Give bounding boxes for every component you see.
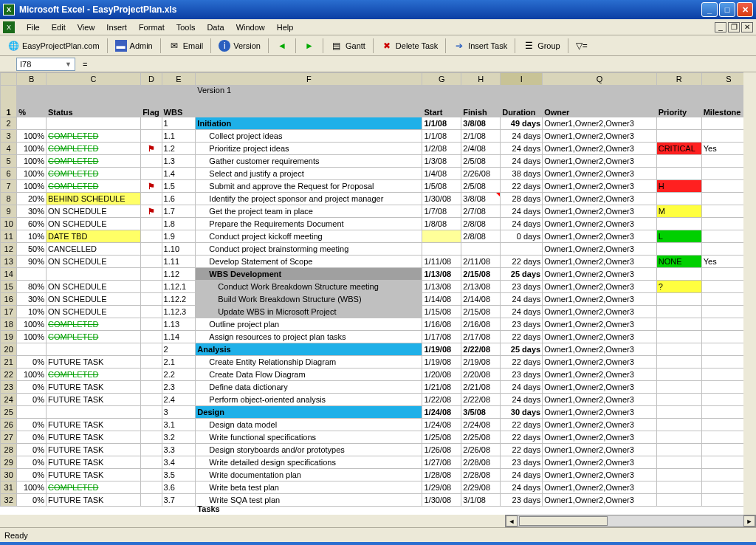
row-header[interactable]: 32 <box>1 494 17 507</box>
cell[interactable]: ON SCHEDULE <box>47 293 141 306</box>
cell[interactable]: Conduct project brainstorming meeting <box>196 243 422 256</box>
maximize-button[interactable]: □ <box>719 2 735 17</box>
cell[interactable] <box>656 356 701 369</box>
cell[interactable]: ON SCHEDULE <box>47 306 141 318</box>
table-row[interactable]: 230%FUTURE TASK2.3Define data dictionary… <box>1 381 756 394</box>
table-row[interactable]: 1710%ON SCHEDULE1.12.3Update WBS in Micr… <box>1 306 756 318</box>
cell[interactable] <box>47 343 141 356</box>
cell[interactable]: 1/1/08 <box>422 130 461 143</box>
cell[interactable]: Collect project ideas <box>196 130 422 143</box>
cell[interactable]: FUTURE TASK <box>47 444 141 456</box>
cell[interactable]: 1/8/08 <box>422 218 461 230</box>
cell[interactable]: 0% <box>17 419 47 431</box>
cell[interactable]: Create Entity Relationship Diagram <box>196 356 422 369</box>
cell[interactable]: 0% <box>17 431 47 444</box>
cell[interactable]: 1/7/08 <box>422 205 461 218</box>
col-header-F[interactable]: F <box>196 73 422 86</box>
cell[interactable]: 0% <box>17 394 47 406</box>
cell[interactable] <box>656 494 701 507</box>
cell[interactable] <box>141 117 162 130</box>
cell[interactable]: Write beta test plan <box>196 481 422 494</box>
cell[interactable] <box>656 168 701 180</box>
col-header-I[interactable]: I <box>501 73 543 86</box>
cell[interactable]: CRITICAL <box>656 143 701 155</box>
table-row[interactable]: 21Initiation1/1/083/8/0849 daysOwner1,Ow… <box>1 117 756 130</box>
cell[interactable] <box>656 456 701 469</box>
table-row[interactable]: 7100%COMPLETED⚑1.5Submit and approve the… <box>1 180 756 193</box>
cell[interactable]: Owner1,Owner2,Owner3 <box>543 168 657 180</box>
cell[interactable]: Assign resources to project plan tasks <box>196 331 422 343</box>
cell[interactable]: COMPLETED <box>47 168 141 180</box>
menu-file[interactable]: File <box>21 21 46 33</box>
cell[interactable]: 2/26/08 <box>461 168 501 180</box>
cell[interactable]: 100% <box>17 180 47 193</box>
cell[interactable]: Prepare the Requirements Document <box>196 218 422 230</box>
cell[interactable]: 2/24/08 <box>461 419 501 431</box>
cell[interactable]: COMPLETED <box>47 180 141 193</box>
cell[interactable]: Owner1,Owner2,Owner3 <box>543 419 657 431</box>
cell[interactable]: Select and justify a project <box>196 168 422 180</box>
cell[interactable]: Outline project plan <box>196 318 422 331</box>
cell[interactable]: 1.4 <box>162 168 196 180</box>
cell[interactable] <box>656 306 701 318</box>
cell[interactable]: 1/30/08 <box>422 193 461 205</box>
cell[interactable]: 1/22/08 <box>422 394 461 406</box>
cell[interactable]: Define data dictionary <box>196 381 422 394</box>
cell[interactable]: 2/4/08 <box>461 143 501 155</box>
cell[interactable]: Owner1,Owner2,Owner3 <box>543 444 657 456</box>
cell[interactable]: Owner1,Owner2,Owner3 <box>543 318 657 331</box>
cell[interactable]: 25 days <box>501 343 543 356</box>
cell[interactable]: Owner1,Owner2,Owner3 <box>543 193 657 205</box>
table-row[interactable]: 3100%COMPLETED1.1Collect project ideas1/… <box>1 130 756 143</box>
cell[interactable]: 49 days <box>501 117 543 130</box>
cell[interactable]: Build Work Breakdown Structure (WBS) <box>196 293 422 306</box>
row-header[interactable]: 14 <box>1 268 17 281</box>
cell[interactable]: Owner1,Owner2,Owner3 <box>543 130 657 143</box>
row-header[interactable]: 3 <box>1 130 17 143</box>
cell[interactable]: 1/2/08 <box>422 143 461 155</box>
table-row[interactable]: 820%BEHIND SCHEDULE1.6Identify the proje… <box>1 193 756 205</box>
group-button[interactable]: ☰ Group <box>518 38 565 54</box>
cell[interactable]: 1.13 <box>162 318 196 331</box>
cell[interactable]: 2/15/08 <box>461 268 501 281</box>
cell[interactable]: ON SCHEDULE <box>47 281 141 293</box>
cell[interactable]: Design <box>196 406 422 419</box>
table-row[interactable]: 253Design1/24/083/5/0830 daysOwner1,Owne… <box>1 406 756 419</box>
cell[interactable]: Owner1,Owner2,Owner3 <box>543 293 657 306</box>
cell[interactable]: 1/5/08 <box>422 180 461 193</box>
cell[interactable]: 1/21/08 <box>422 381 461 394</box>
header-priority[interactable]: Priority <box>656 86 701 117</box>
cell[interactable] <box>141 193 162 205</box>
cell[interactable]: 1.7 <box>162 205 196 218</box>
cell[interactable] <box>656 268 701 281</box>
link-easyprojectplan[interactable]: 🌐 EasyProjectPlan.com <box>3 38 104 54</box>
cell[interactable]: 1.5 <box>162 180 196 193</box>
cell[interactable]: COMPLETED <box>47 143 141 155</box>
cell[interactable]: 23 days <box>501 456 543 469</box>
table-row[interactable]: 1390%ON SCHEDULE1.11Develop Statement of… <box>1 256 756 268</box>
row-header[interactable]: 26 <box>1 419 17 431</box>
cell[interactable]: Owner1,Owner2,Owner3 <box>543 143 657 155</box>
cell[interactable]: Owner1,Owner2,Owner3 <box>543 343 657 356</box>
menu-tools[interactable]: Tools <box>171 21 202 33</box>
cell[interactable] <box>656 431 701 444</box>
cell[interactable]: 100% <box>17 143 47 155</box>
cell[interactable]: 23 days <box>501 494 543 507</box>
cell[interactable]: ON SCHEDULE <box>47 205 141 218</box>
cell[interactable]: 2/11/08 <box>461 256 501 268</box>
cell[interactable]: 2.2 <box>162 369 196 381</box>
header-owner[interactable]: Owner <box>543 86 657 117</box>
cell[interactable]: 1.9 <box>162 230 196 243</box>
cell[interactable]: 1/24/08 <box>422 406 461 419</box>
table-row[interactable]: 240%FUTURE TASK2.4Perform object-oriente… <box>1 394 756 406</box>
cell[interactable] <box>141 218 162 230</box>
cell[interactable]: 3.1 <box>162 419 196 431</box>
cell[interactable] <box>141 481 162 494</box>
cell[interactable]: FUTURE TASK <box>47 419 141 431</box>
row-header-1[interactable]: 1 <box>1 86 17 117</box>
row-header[interactable]: 29 <box>1 456 17 469</box>
col-header-Q[interactable]: Q <box>543 73 657 86</box>
table-row[interactable]: 930%ON SCHEDULE⚑1.7Get the project team … <box>1 205 756 218</box>
doc-close-button[interactable]: ✕ <box>741 22 753 32</box>
cell[interactable]: COMPLETED <box>47 155 141 168</box>
